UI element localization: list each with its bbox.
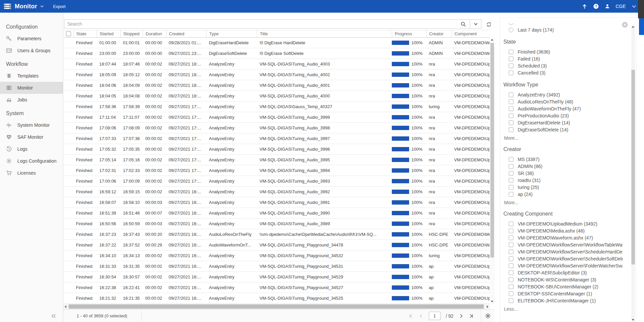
filter-option[interactable]: ap (24)	[503, 191, 623, 198]
menu-export[interactable]: Export	[53, 4, 66, 9]
scroll-right-arrow[interactable]	[487, 305, 488, 308]
filter-option[interactable]: DigEraseHardDelete (14)	[503, 119, 623, 126]
column-header-type[interactable]: Type	[206, 30, 257, 37]
previous-page-button[interactable]	[418, 313, 424, 319]
table-row[interactable]: Finished17:08:0617:08:0900:00:0209/27/20…	[63, 123, 490, 133]
sidebar-item-users-groups[interactable]: Users & Groups	[0, 45, 63, 57]
table-vertical-scrollbar-thumb[interactable]	[490, 43, 494, 257]
table-row[interactable]: Finished17:05:3217:05:3500:00:0209/27/20…	[63, 144, 490, 155]
table-row[interactable]: Finished18:05:0918:05:1200:00:0209/27/20…	[63, 70, 490, 80]
scroll-up-arrow[interactable]	[491, 39, 493, 41]
filter-option[interactable]: DigEraseSoftDelete (14)	[503, 126, 623, 133]
select-all-checkbox[interactable]	[66, 31, 71, 36]
column-header-started[interactable]: Started	[97, 30, 120, 37]
column-header-progress[interactable]: Progress	[392, 30, 426, 37]
table-row[interactable]: Finished17:58:3617:58:3900:00:0209/27/20…	[63, 101, 490, 112]
column-header-creator[interactable]: Creator	[426, 30, 451, 37]
next-page-button[interactable]	[458, 313, 464, 319]
table-row[interactable]: Finished18:04:0518:04:0800:00:0209/27/20…	[63, 91, 490, 101]
search-options-dropdown[interactable]	[470, 20, 481, 28]
title-dropdown-chevron-icon[interactable]	[40, 4, 44, 9]
window-scrollbar-thumb[interactable]	[639, 18, 644, 35]
filter-option[interactable]: DESKTOP-AER\SubclipEditor (3)	[503, 269, 623, 276]
filter-option[interactable]: Failed (16)	[503, 55, 623, 62]
checkbox-icon[interactable]	[509, 113, 513, 118]
checkbox-icon[interactable]	[509, 298, 513, 303]
table-row[interactable]: Finished01:00:0001:00:0100:00:0009/28/20…	[63, 38, 490, 48]
checkbox-icon[interactable]	[509, 222, 513, 226]
sidebar-item-licenses[interactable]: Licenses	[0, 167, 63, 179]
filter-option[interactable]: MS (3387)	[503, 156, 623, 163]
checkbox-icon[interactable]	[509, 270, 513, 275]
checkbox-icon[interactable]	[509, 256, 513, 261]
checkbox-icon[interactable]	[509, 277, 513, 282]
column-header-created[interactable]: Created	[166, 30, 206, 37]
checkbox-icon[interactable]	[509, 185, 513, 190]
table-horizontal-scrollbar[interactable]	[63, 304, 490, 309]
sidebar-item-monitor[interactable]: Monitor	[0, 82, 63, 94]
date-filter-option[interactable]: Last 7 days (174)	[503, 26, 623, 33]
refresh-button[interactable]	[484, 20, 493, 28]
upload-icon[interactable]	[582, 4, 587, 9]
sidebar-item-logs-configuration[interactable]: Logs Configuration	[0, 155, 63, 167]
table-row[interactable]: Finished16:50:5616:50:5900:00:0309/27/20…	[63, 219, 490, 229]
table-row[interactable]: Finished16:22:3816:22:4100:00:0209/27/20…	[63, 282, 490, 293]
filter-option[interactable]: NOTEBOOK-WS\ContentManager (3)	[503, 276, 623, 283]
table-row[interactable]: Finished17:11:0417:11:0700:00:0209/27/20…	[63, 112, 490, 123]
checkbox-icon[interactable]	[509, 192, 513, 197]
table-row[interactable]: Finished23:00:0023:00:0000:00:0009/27/20…	[63, 48, 490, 59]
sidebar-item-system-monitor[interactable]: System Monitor	[0, 119, 63, 131]
checkbox-icon[interactable]	[509, 178, 513, 183]
scroll-up-arrow[interactable]	[632, 26, 634, 28]
table-vertical-scrollbar[interactable]	[490, 38, 495, 304]
column-header-state[interactable]: State	[73, 30, 97, 37]
column-header-stopped[interactable]: Stopped	[120, 30, 143, 37]
sidebar-item-jobs[interactable]: Jobs	[0, 94, 63, 106]
filter-option[interactable]: VM-DPEDEMO\Waveform.ashx (47)	[503, 234, 623, 241]
checkbox-icon[interactable]	[509, 229, 513, 233]
table-row[interactable]: Finished16:31:3316:31:3500:00:0209/27/20…	[63, 261, 490, 272]
filter-option[interactable]: AnalyzeEntry (3492)	[503, 91, 623, 98]
filter-option[interactable]: AudioWaveformOnTheFly (47)	[503, 105, 623, 112]
column-header-title[interactable]: Title	[257, 30, 392, 37]
checkbox-icon[interactable]	[509, 284, 513, 289]
help-icon[interactable]: ?	[593, 3, 599, 9]
column-header-duration[interactable]: Duration	[143, 30, 166, 37]
table-settings-button[interactable]	[481, 310, 495, 322]
table-row[interactable]: Finished16:51:3916:51:4600:00:0709/27/20…	[63, 208, 490, 219]
checkbox-icon[interactable]	[509, 106, 513, 111]
filter-option[interactable]: VM-DPEDEMO\Media.ashx (48)	[503, 227, 623, 234]
filter-option[interactable]: SR (38)	[503, 170, 623, 177]
scroll-left-arrow[interactable]	[65, 305, 66, 308]
checkbox-icon[interactable]	[509, 57, 513, 61]
user-dropdown-chevron-icon[interactable]	[631, 4, 637, 9]
filter-option[interactable]: PreProductionAudio (23)	[503, 112, 623, 119]
table-row[interactable]: Finished16:34:1016:34:1300:00:0209/27/20…	[63, 250, 490, 261]
filter-option[interactable]: ADMIN (86)	[503, 163, 623, 170]
filter-option[interactable]: roadtu (31)	[503, 177, 623, 184]
sidebar-item-templates[interactable]: Templates	[0, 70, 63, 82]
table-row[interactable]: Finished16:37:2316:37:4300:00:2009/27/20…	[63, 229, 490, 240]
table-row[interactable]: Finished16:37:2216:37:5200:00:2909/27/20…	[63, 240, 490, 250]
search-button[interactable]	[456, 20, 470, 28]
collapse-sidebar-button[interactable]	[50, 313, 57, 319]
checkbox-icon[interactable]	[509, 64, 513, 68]
clipped-filter-option[interactable]	[503, 23, 623, 26]
filter-option[interactable]: VM-DPEDEMO\WorkflowServer\WorkflowTableW…	[503, 241, 623, 248]
scroll-down-arrow[interactable]	[491, 301, 493, 302]
radio-icon[interactable]	[509, 28, 513, 32]
checkbox-icon[interactable]	[509, 236, 513, 240]
page-number-input[interactable]	[429, 312, 441, 320]
table-row[interactable]: Finished17:05:1417:05:1600:00:0209/27/20…	[63, 155, 490, 165]
search-input[interactable]	[65, 20, 456, 28]
table-row[interactable]: Finished18:07:4418:07:4600:00:0209/27/20…	[63, 59, 490, 70]
scroll-down-arrow[interactable]	[632, 319, 634, 321]
filter-option[interactable]: VM-DPEDEMO\WorkflowServer\SchedulerSoftD…	[503, 255, 623, 262]
sidebar-item-saf-monitor[interactable]: SAF Monitor	[0, 131, 63, 143]
more-link-creator[interactable]: More...	[504, 200, 623, 205]
filter-panel-scrollbar[interactable]	[631, 25, 635, 322]
filter-option[interactable]: DESKTOP-SSI\ContentManager (1)	[503, 290, 623, 297]
filter-option[interactable]: ELITEBOOK-JHI\ContentManager (1)	[503, 297, 623, 304]
table-row[interactable]: Finished16:30:5416:30:5700:00:0209/27/20…	[63, 272, 490, 282]
window-scrollbar[interactable]	[638, 0, 644, 322]
